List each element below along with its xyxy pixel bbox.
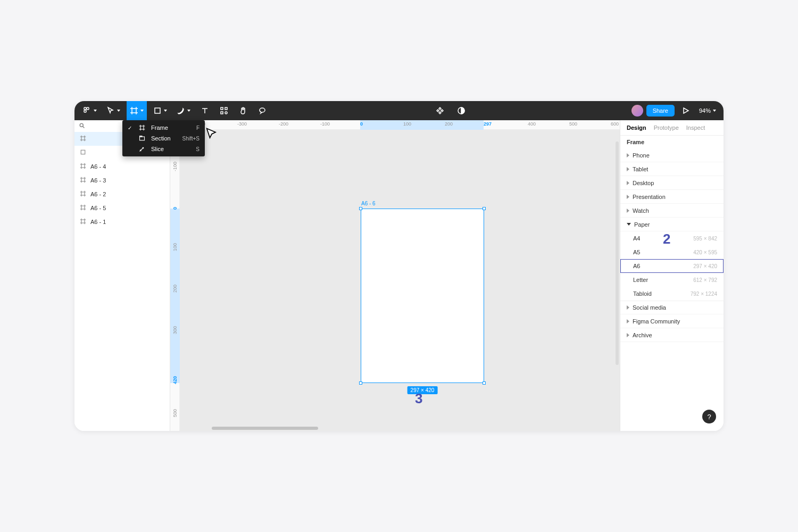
- vertical-scrollbar[interactable]: [616, 142, 619, 365]
- resize-handle[interactable]: [483, 207, 486, 210]
- chevron-down-icon: [713, 110, 716, 112]
- chevron-right-icon: [627, 319, 629, 323]
- svg-rect-2: [87, 107, 89, 110]
- selected-frame[interactable]: A6 - 6 297 × 420: [361, 209, 484, 383]
- svg-rect-0: [84, 107, 86, 110]
- preset-size-a6[interactable]: A6297 × 420: [620, 259, 724, 273]
- svg-rect-4: [221, 107, 223, 110]
- resize-handle[interactable]: [359, 207, 362, 210]
- svg-rect-11: [81, 150, 85, 154]
- dropdown-item-section[interactable]: Section Shift+S: [122, 133, 205, 144]
- present-button[interactable]: [678, 101, 694, 120]
- resize-handle[interactable]: [359, 381, 362, 385]
- svg-rect-3: [155, 108, 160, 113]
- canvas[interactable]: A6 - 6 297 × 420 1 3: [180, 130, 620, 431]
- preset-category-social[interactable]: Social media: [620, 301, 724, 314]
- ruler-vertical: -100 0 100 200 300 420 500: [170, 130, 180, 431]
- chevron-right-icon: [627, 195, 629, 199]
- preset-size-letter[interactable]: Letter612 × 792: [620, 273, 724, 287]
- text-tool-button[interactable]: [197, 101, 213, 120]
- svg-point-7: [225, 112, 227, 114]
- layer-label: A6 - 2: [90, 191, 106, 197]
- chevron-down-icon: [187, 110, 190, 112]
- chevron-down-icon: [164, 110, 167, 112]
- dropdown-item-frame[interactable]: ✓ Frame F: [122, 122, 205, 133]
- shape-tool-button[interactable]: [150, 101, 170, 120]
- preset-category-community[interactable]: Figma Community: [620, 314, 724, 328]
- resources-button[interactable]: [216, 101, 232, 120]
- frame-tool-button[interactable]: [127, 101, 147, 120]
- dropdown-item-shortcut: F: [196, 125, 200, 131]
- preset-size-a4[interactable]: A4595 × 842: [620, 231, 724, 245]
- svg-rect-6: [221, 112, 223, 114]
- layer-row[interactable]: A6 - 2: [74, 187, 170, 201]
- chevron-right-icon: [627, 305, 629, 310]
- ruler-horizontal: -400 -300 -200 -100 0 100 200 297 400 50…: [180, 120, 620, 130]
- frame-icon: [138, 124, 146, 131]
- layer-label: A6 - 3: [90, 177, 106, 184]
- preset-category-archive[interactable]: Archive: [620, 328, 724, 342]
- svg-rect-9: [140, 137, 145, 140]
- svg-point-10: [80, 123, 83, 127]
- app-window: Share 94% ✓ Frame F Section Shift+S Slic…: [74, 101, 724, 431]
- tab-inspect[interactable]: Inspect: [686, 124, 705, 131]
- frame-label: A6 - 6: [361, 201, 376, 206]
- chevron-right-icon: [627, 167, 629, 171]
- frame-icon: [80, 149, 86, 156]
- dropdown-item-label: Section: [151, 135, 171, 142]
- dropdown-item-shortcut: S: [196, 146, 200, 152]
- frame-icon: [80, 204, 86, 212]
- chevron-down-icon: [94, 110, 97, 112]
- zoom-control[interactable]: 94%: [697, 107, 718, 114]
- dropdown-item-label: Slice: [151, 146, 164, 152]
- layer-row[interactable]: A6 - 3: [74, 173, 170, 187]
- preset-category-paper[interactable]: Paper: [620, 218, 724, 231]
- components-icon[interactable]: [432, 101, 448, 120]
- zoom-value: 94%: [699, 107, 711, 114]
- cursor-icon: [204, 127, 219, 144]
- section-title: Frame: [620, 136, 724, 148]
- search-icon[interactable]: [79, 121, 85, 131]
- frame-icon: [80, 218, 86, 226]
- comment-tool-button[interactable]: [254, 101, 270, 120]
- share-button[interactable]: Share: [646, 105, 675, 117]
- layer-row[interactable]: A6 - 5: [74, 201, 170, 215]
- user-avatar[interactable]: [631, 105, 643, 117]
- preset-size-a5[interactable]: A5420 × 595: [620, 245, 724, 259]
- layer-row[interactable]: A6 - 4: [74, 160, 170, 173]
- chevron-right-icon: [627, 209, 629, 213]
- contrast-icon[interactable]: [453, 101, 469, 120]
- tab-prototype[interactable]: Prototype: [654, 124, 679, 131]
- panel-tabs: Design Prototype Inspect: [620, 120, 724, 136]
- preset-category-phone[interactable]: Phone: [620, 148, 724, 162]
- chevron-down-icon: [627, 223, 631, 226]
- layer-label: A6 - 5: [90, 205, 106, 211]
- annotation-3: 3: [415, 390, 422, 407]
- help-button[interactable]: ?: [702, 410, 716, 423]
- horizontal-scrollbar[interactable]: [212, 427, 318, 430]
- dropdown-item-slice[interactable]: Slice S: [122, 144, 205, 154]
- preset-category-watch[interactable]: Watch: [620, 204, 724, 218]
- preset-category-desktop[interactable]: Desktop: [620, 176, 724, 190]
- chevron-down-icon: [117, 110, 120, 112]
- chevron-right-icon: [627, 333, 629, 337]
- layer-row[interactable]: A6 - 1: [74, 215, 170, 229]
- canvas-area[interactable]: -400 -300 -200 -100 0 100 200 297 400 50…: [170, 120, 620, 431]
- chevron-right-icon: [627, 181, 629, 185]
- layers-panel: A6 - 4 A6 - 3 A6 - 2 A6 - 5 A6 - 1: [74, 120, 170, 431]
- design-panel: Design Prototype Inspect Frame Phone Tab…: [620, 120, 724, 431]
- svg-rect-5: [225, 107, 227, 110]
- tab-design[interactable]: Design: [627, 124, 646, 131]
- preset-category-presentation[interactable]: Presentation: [620, 190, 724, 204]
- resize-handle[interactable]: [483, 381, 486, 385]
- hand-tool-button[interactable]: [235, 101, 251, 120]
- slice-icon: [138, 146, 146, 152]
- figma-menu-button[interactable]: [80, 101, 100, 120]
- move-tool-button[interactable]: [103, 101, 123, 120]
- pen-tool-button[interactable]: [173, 101, 194, 120]
- top-toolbar: Share 94%: [74, 101, 724, 120]
- preset-size-tabloid[interactable]: Tabloid792 × 1224: [620, 287, 724, 301]
- preset-category-tablet[interactable]: Tablet: [620, 162, 724, 176]
- chevron-right-icon: [627, 153, 629, 157]
- dropdown-item-label: Frame: [151, 124, 168, 131]
